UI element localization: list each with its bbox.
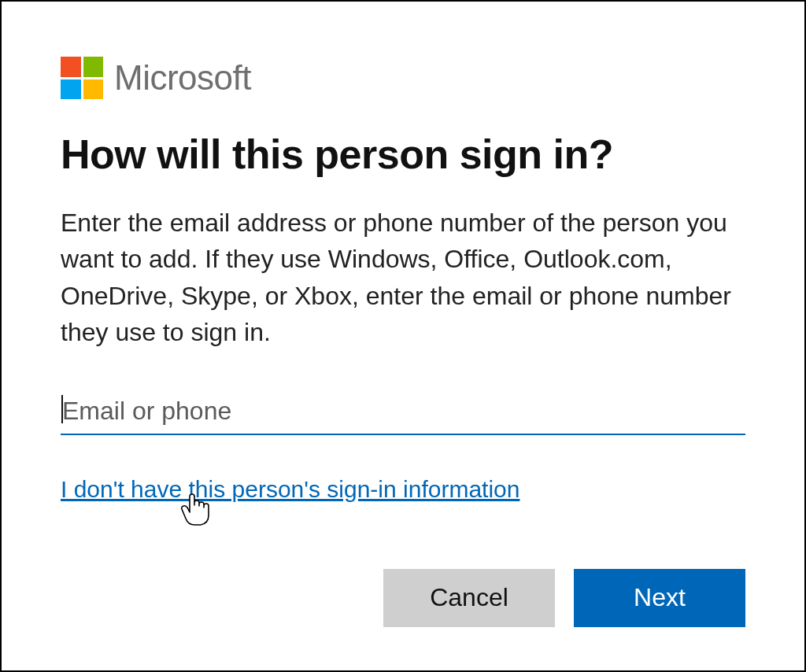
brand-row: Microsoft — [61, 57, 745, 99]
signin-dialog: Microsoft How will this person sign in? … — [0, 0, 806, 672]
brand-name: Microsoft — [114, 58, 251, 98]
email-or-phone-input[interactable] — [61, 392, 745, 435]
button-row: Cancel Next — [61, 569, 745, 627]
next-button[interactable]: Next — [574, 569, 745, 627]
email-field-wrap — [61, 392, 745, 435]
link-row: I don't have this person's sign-in infor… — [61, 476, 745, 503]
cancel-button[interactable]: Cancel — [383, 569, 555, 627]
microsoft-logo-icon — [61, 57, 103, 99]
no-signin-info-link[interactable]: I don't have this person's sign-in infor… — [61, 476, 519, 502]
page-title: How will this person sign in? — [61, 131, 745, 178]
description-text: Enter the email address or phone number … — [61, 205, 745, 351]
